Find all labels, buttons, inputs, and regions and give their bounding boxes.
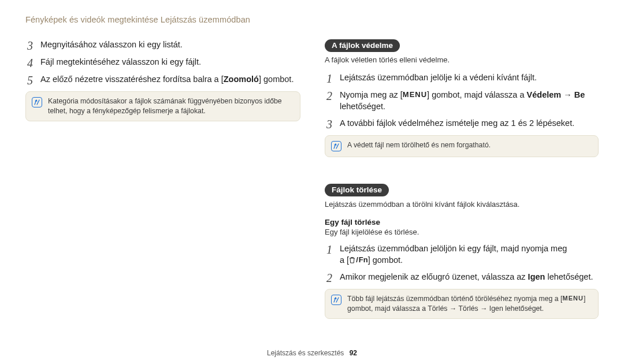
bold-text: Be [574, 90, 585, 99]
sub-text: Egy fájl kijelölése és törlése. [325, 228, 599, 236]
step-number: 1 [325, 73, 334, 84]
left-column: 3 Megnyitásához válasszon ki egy listát.… [25, 39, 300, 319]
fn-label: Fn [359, 255, 368, 265]
text-fragment: lehetőséget. [340, 102, 385, 111]
protect-files-section: A fájlok védelme A fájlok véletlen törlé… [325, 39, 599, 157]
step-4: 4 Fájl megtekintéséhez válasszon ki egy … [25, 57, 300, 68]
arrow-icon: → [478, 304, 489, 313]
bold-text: Törlés [459, 304, 478, 313]
note-text: Kategória módosításakor a fájlok számána… [48, 96, 293, 116]
text-fragment: ] gombot. [368, 255, 403, 265]
protect-step-3: 3 A további fájlok védelméhez ismételje … [325, 118, 599, 129]
text-fragment: ] gombot, majd válassza a [427, 90, 526, 99]
step-number: 3 [25, 40, 35, 51]
step-number: 2 [325, 272, 334, 284]
section-description: Lejátszás üzemmódban a törölni kívánt fá… [325, 200, 599, 209]
text-fragment: Lejátszás üzemmódban jelöljön ki egy fáj… [340, 244, 567, 253]
section-description: A fájlok véletlen törlés elleni védelme. [325, 55, 599, 64]
arrow-icon: → [561, 90, 574, 99]
bold-text: Igen [528, 272, 545, 281]
step-text: Lejátszás üzemmódban jelölje ki a védeni… [340, 72, 537, 84]
delete-step-2: 2 Amikor megjelenik az előugró üzenet, v… [325, 272, 599, 283]
sub-heading: Egy fájl törlése [325, 218, 599, 226]
text-fragment: ] gombot. [259, 75, 294, 84]
protect-step-2: 2 Nyomja meg az [MENU] gombot, majd vála… [325, 90, 599, 112]
text-fragment: Amikor megjelenik az előugró üzenet, vál… [340, 272, 528, 281]
step-text: Fájl megtekintéséhez válasszon ki egy fá… [40, 57, 201, 68]
two-column-layout: 3 Megnyitásához válasszon ki egy listát.… [25, 39, 599, 319]
step-number: 1 [325, 244, 334, 255]
arrow-icon: → [447, 304, 458, 313]
page-footer: Lejátszás és szerkesztés 92 [0, 349, 624, 357]
step-text: Az előző nézetre visszatéréshez fordítsa… [40, 74, 294, 86]
step-number: 4 [25, 57, 35, 69]
bold-text: Védelem [527, 90, 562, 99]
section-pill-delete: Fájlok törlése [325, 184, 389, 196]
bold-text: Zoomoló [224, 75, 259, 84]
note-text: A védett fájl nem törölhető és nem forga… [347, 140, 491, 150]
page-number: 92 [350, 349, 357, 357]
page-title: Fényképek és videók megtekintése Lejátsz… [25, 15, 599, 24]
trash-fn-button-label: /Fn [349, 255, 368, 265]
step-number: 5 [25, 75, 35, 86]
step-text: A további fájlok védelméhez ismételje me… [340, 118, 574, 129]
step-text: Nyomja meg az [MENU] gombot, majd válass… [340, 90, 599, 112]
text-fragment: lehetőséget. [545, 272, 593, 281]
note-text: Több fájl lejátszás üzemmódban történő t… [347, 294, 591, 313]
step-text: Amikor megjelenik az előugró üzenet, vál… [340, 272, 593, 283]
delete-files-section: Fájlok törlése Lejátszás üzemmódban a tö… [325, 184, 599, 319]
info-note: A védett fájl nem törölhető és nem forga… [325, 135, 599, 157]
delete-step-1: 1 Lejátszás üzemmódban jelöljön ki egy f… [325, 243, 599, 266]
info-note: Kategória módosításakor a fájlok számána… [25, 91, 300, 121]
info-icon [331, 141, 341, 151]
step-number: 3 [325, 118, 334, 130]
text-fragment: Nyomja meg az [ [340, 90, 403, 99]
step-5: 5 Az előző nézetre visszatéréshez fordít… [25, 74, 300, 86]
step-number: 2 [325, 90, 334, 102]
text-fragment: Az előző nézetre visszatéréshez fordítsa… [40, 75, 224, 84]
menu-button-label: MENU [403, 90, 427, 100]
info-icon [331, 295, 341, 305]
bold-text: Igen [489, 304, 503, 313]
menu-button-label: MENU [563, 294, 584, 303]
protect-step-1: 1 Lejátszás üzemmódban jelölje ki a véde… [325, 72, 599, 84]
text-fragment: Több fájl lejátszás üzemmódban történő t… [347, 295, 563, 303]
step-3: 3 Megnyitásához válasszon ki egy listát. [25, 39, 300, 51]
info-note: Több fájl lejátszás üzemmódban történő t… [325, 289, 599, 319]
step-text: Megnyitásához válasszon ki egy listát. [40, 39, 183, 51]
step-text: Lejátszás üzemmódban jelöljön ki egy fáj… [340, 243, 567, 266]
info-icon [32, 97, 42, 107]
footer-section: Lejátszás és szerkesztés [267, 349, 344, 357]
right-column: A fájlok védelme A fájlok véletlen törlé… [325, 39, 599, 319]
manual-page: Fényképek és videók megtekintése Lejátsz… [0, 0, 624, 319]
text-fragment: a [ [340, 255, 349, 265]
trash-icon [349, 256, 355, 266]
section-pill-protect: A fájlok védelme [325, 39, 400, 52]
text-fragment: lehetőséget. [503, 304, 544, 313]
bold-text: Törlés [428, 304, 447, 313]
